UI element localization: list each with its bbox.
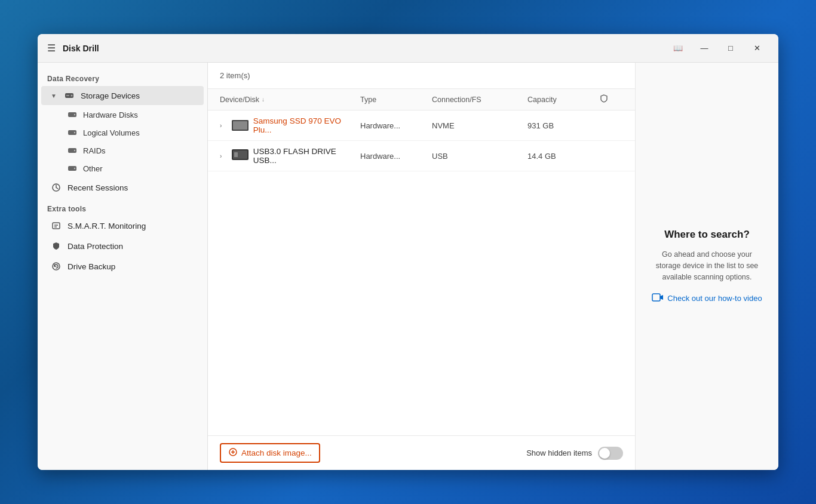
- col-connection-fs: Connection/FS: [432, 94, 527, 105]
- main-header: 2 item(s): [208, 63, 635, 89]
- sidebar-item-raids[interactable]: RAIDs: [41, 142, 204, 159]
- type-cell-1: Hardware...: [360, 121, 432, 130]
- data-protection-label: Data Protection: [68, 242, 123, 251]
- table-row[interactable]: › USB3.0 FLASH DRIVE USB... Hardware... …: [208, 141, 635, 171]
- raids-label: RAIDs: [83, 146, 106, 155]
- table-header: Device/Disk ↓ Type Connection/FS Capacit…: [208, 89, 635, 110]
- capacity-cell-2: 14.4 GB: [527, 152, 599, 161]
- sort-arrow-icon: ↓: [262, 96, 265, 103]
- close-button[interactable]: ✕: [745, 39, 769, 58]
- svg-point-1: [70, 95, 72, 97]
- how-to-video-link[interactable]: Check out our how-to video: [652, 293, 762, 304]
- device-cell-1: › Samsung SSD 970 EVO Plu...: [220, 116, 360, 134]
- usb-disk-icon: [232, 149, 249, 162]
- where-to-search-title: Where to search?: [664, 229, 750, 241]
- svg-rect-17: [233, 121, 247, 130]
- recent-sessions-label: Recent Sessions: [68, 183, 128, 192]
- data-recovery-label: Data Recovery: [38, 70, 207, 85]
- app-window: ☰ Disk Drill 📖 — □ ✕ Data Recovery ▼: [38, 34, 778, 470]
- hamburger-icon[interactable]: ☰: [47, 42, 56, 54]
- sidebar: Data Recovery ▼ Storage Devices: [38, 63, 208, 470]
- extra-tools-label: Extra tools: [38, 198, 207, 216]
- raid-icon: [68, 146, 77, 155]
- device-name-2: USB3.0 FLASH DRIVE USB...: [253, 147, 360, 165]
- logical-volume-icon: [68, 128, 77, 137]
- disk-icon: [68, 110, 77, 119]
- help-button[interactable]: 📖: [666, 39, 690, 58]
- minimize-button[interactable]: —: [692, 39, 716, 58]
- titlebar-controls: 📖 — □ ✕: [666, 39, 769, 58]
- col-shield: [599, 94, 623, 105]
- drive-backup-label: Drive Backup: [68, 262, 115, 271]
- device-cell-2: › USB3.0 FLASH DRIVE USB...: [220, 147, 360, 165]
- close-icon: ✕: [754, 44, 760, 53]
- connection-cell-2: USB: [432, 152, 527, 161]
- hdd-icon: [64, 90, 75, 101]
- sidebar-item-data-protection[interactable]: Data Protection: [41, 236, 204, 256]
- app-title: Disk Drill: [63, 44, 99, 53]
- sidebar-item-smart-monitoring[interactable]: S.M.A.R.T. Monitoring: [41, 216, 204, 235]
- sidebar-item-recent-sessions[interactable]: Recent Sessions: [41, 178, 204, 197]
- hardware-disks-label: Hardware Disks: [83, 110, 138, 119]
- main-panel: 2 item(s) Device/Disk ↓ Type Connection/…: [208, 63, 635, 470]
- maximize-icon: □: [728, 44, 733, 53]
- video-camera-icon: [652, 293, 664, 304]
- ssd-disk-icon: [232, 120, 249, 131]
- sidebar-item-drive-backup[interactable]: Drive Backup: [41, 257, 204, 276]
- smart-icon: [51, 220, 62, 231]
- show-hidden-label: Show hidden items: [526, 448, 592, 457]
- other-disk-icon: [68, 164, 77, 173]
- items-count: 2 item(s): [220, 71, 250, 80]
- svg-point-6: [74, 132, 75, 133]
- chevron-down-icon: ▼: [51, 93, 57, 99]
- content-area: Data Recovery ▼ Storage Devices: [38, 63, 778, 470]
- shield-col-icon: [599, 94, 609, 105]
- svg-point-8: [74, 150, 75, 151]
- show-hidden-section: Show hidden items: [526, 447, 623, 460]
- storage-devices-label: Storage Devices: [81, 91, 140, 100]
- device-name-1: Samsung SSD 970 EVO Plu...: [253, 116, 360, 134]
- svg-rect-18: [234, 122, 239, 128]
- titlebar: ☰ Disk Drill 📖 — □ ✕: [38, 34, 778, 63]
- sidebar-item-storage-devices[interactable]: ▼ Storage Devices: [41, 86, 204, 105]
- how-to-link-text: Check out our how-to video: [667, 294, 762, 303]
- backup-icon: [51, 261, 62, 272]
- svg-rect-21: [234, 152, 238, 157]
- col-device-disk[interactable]: Device/Disk ↓: [220, 94, 360, 105]
- protection-icon: [51, 241, 62, 251]
- svg-rect-12: [53, 223, 60, 229]
- sidebar-item-logical-volumes[interactable]: Logical Volumes: [41, 124, 204, 141]
- row-expand-chevron-icon: ›: [220, 122, 227, 129]
- col-capacity: Capacity: [527, 94, 599, 105]
- svg-point-4: [74, 114, 75, 115]
- maximize-button[interactable]: □: [719, 39, 743, 58]
- logical-volumes-label: Logical Volumes: [83, 128, 140, 137]
- recent-sessions-icon: [51, 182, 62, 193]
- sidebar-item-hardware-disks[interactable]: Hardware Disks: [41, 106, 204, 123]
- type-cell-2: Hardware...: [360, 152, 432, 161]
- where-to-search-desc: Go ahead and choose your storage device …: [650, 249, 764, 282]
- other-label: Other: [83, 164, 103, 173]
- table-row[interactable]: › Samsung SSD 970 EVO Plu... Hardware...…: [208, 110, 635, 141]
- col-type: Type: [360, 94, 432, 105]
- show-hidden-toggle[interactable]: [598, 447, 623, 460]
- svg-rect-25: [652, 294, 660, 301]
- row-expand-chevron-2-icon: ›: [220, 153, 227, 159]
- right-panel: Where to search? Go ahead and choose you…: [635, 63, 778, 470]
- bottom-bar: Attach disk image... Show hidden items: [208, 435, 635, 470]
- book-icon: 📖: [673, 44, 683, 53]
- smart-monitoring-label: S.M.A.R.T. Monitoring: [68, 222, 146, 231]
- svg-point-10: [74, 168, 75, 169]
- device-table: Device/Disk ↓ Type Connection/FS Capacit…: [208, 89, 635, 435]
- sidebar-item-other[interactable]: Other: [41, 160, 204, 177]
- plus-circle-icon: [228, 447, 238, 459]
- attach-disk-button[interactable]: Attach disk image...: [220, 443, 320, 463]
- titlebar-left: ☰ Disk Drill: [47, 42, 99, 54]
- svg-rect-16: [232, 120, 249, 131]
- connection-cell-1: NVME: [432, 121, 527, 130]
- capacity-cell-1: 931 GB: [527, 121, 599, 130]
- minimize-icon: —: [701, 44, 708, 53]
